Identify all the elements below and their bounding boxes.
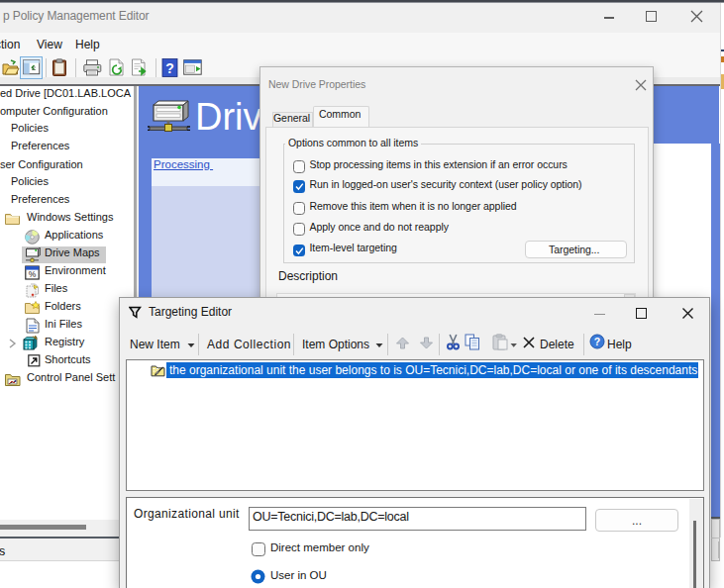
svg-text:%: % [29, 269, 37, 279]
svg-text:?: ? [165, 60, 174, 76]
svg-text:?: ? [594, 336, 600, 347]
